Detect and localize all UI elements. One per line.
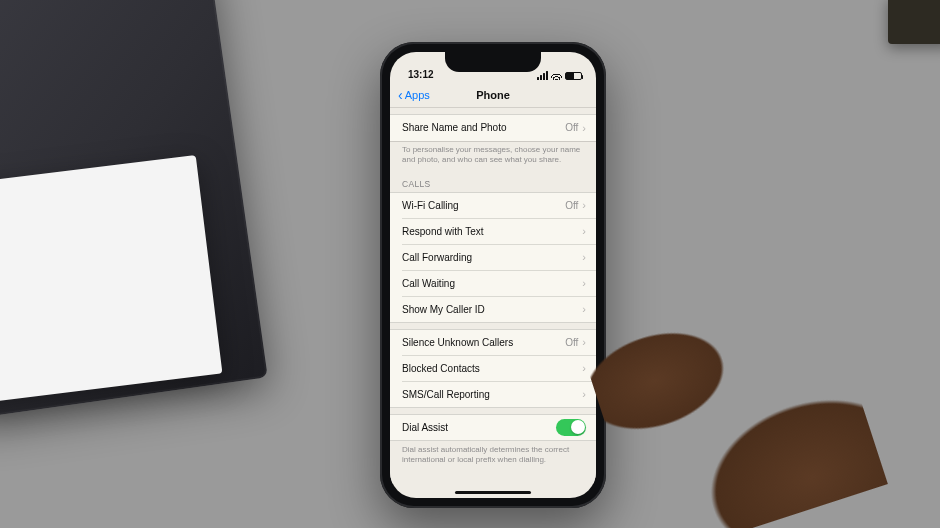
respond-with-text-cell[interactable]: Respond with Text › — [390, 218, 596, 244]
group-footer: To personalise your messages, choose you… — [390, 141, 596, 168]
chevron-left-icon: ‹ — [398, 88, 403, 102]
chevron-right-icon: › — [582, 362, 586, 374]
phone-screen: 13:12 ‹ Apps Phone Share Name and Photo — [390, 52, 596, 498]
cellular-icon — [537, 71, 548, 80]
page-title: Phone — [476, 89, 510, 101]
calls-group: Calls Wi-Fi Calling Off › Respond with T… — [390, 174, 596, 323]
silence-unknown-cell[interactable]: Silence Unknown Callers Off › — [390, 329, 596, 355]
dial-assist-cell[interactable]: Dial Assist — [390, 414, 596, 440]
cell-label: SMS/Call Reporting — [402, 389, 582, 400]
iphone-box-side: iPhone — [0, 155, 222, 405]
show-caller-id-cell[interactable]: Show My Caller ID › — [390, 296, 596, 322]
chevron-right-icon: › — [582, 122, 586, 134]
group-footer: Dial assist automatically determines the… — [390, 441, 596, 468]
share-name-photo-cell[interactable]: Share Name and Photo Off › — [390, 115, 596, 141]
cell-value: Off — [565, 337, 578, 348]
notch — [445, 52, 541, 72]
dial-assist-toggle[interactable] — [556, 419, 586, 436]
chevron-right-icon: › — [582, 336, 586, 348]
wifi-icon — [551, 72, 562, 80]
battery-icon — [565, 72, 582, 80]
chevron-right-icon: › — [582, 199, 586, 211]
back-label: Apps — [405, 89, 430, 101]
cell-value: Off — [565, 122, 578, 133]
cell-value: Off — [565, 200, 578, 211]
sms-call-reporting-cell[interactable]: SMS/Call Reporting › — [390, 381, 596, 407]
cell-label: Dial Assist — [402, 422, 556, 433]
blocked-contacts-cell[interactable]: Blocked Contacts › — [390, 355, 596, 381]
hand-photo — [560, 248, 940, 528]
status-icons — [537, 71, 582, 80]
cell-label: Blocked Contacts — [402, 363, 582, 374]
back-button[interactable]: ‹ Apps — [398, 88, 430, 102]
status-time: 13:12 — [408, 69, 434, 80]
chevron-right-icon: › — [582, 251, 586, 263]
cell-label: Show My Caller ID — [402, 304, 582, 315]
call-forwarding-cell[interactable]: Call Forwarding › — [390, 244, 596, 270]
chevron-right-icon: › — [582, 388, 586, 400]
home-indicator[interactable] — [455, 491, 531, 495]
chevron-right-icon: › — [582, 277, 586, 289]
group-header: Calls — [390, 174, 596, 192]
corner-object — [888, 0, 940, 44]
settings-list[interactable]: Share Name and Photo Off › To personalis… — [390, 108, 596, 484]
cell-label: Wi-Fi Calling — [402, 200, 565, 211]
chevron-right-icon: › — [582, 225, 586, 237]
cell-label: Silence Unknown Callers — [402, 337, 565, 348]
nav-bar: ‹ Apps Phone — [390, 82, 596, 108]
call-waiting-cell[interactable]: Call Waiting › — [390, 270, 596, 296]
share-group: Share Name and Photo Off › To personalis… — [390, 114, 596, 168]
cell-label: Call Forwarding — [402, 252, 582, 263]
cell-label: Respond with Text — [402, 226, 582, 237]
chevron-right-icon: › — [582, 303, 586, 315]
silence-group: Silence Unknown Callers Off › Blocked Co… — [390, 329, 596, 408]
dial-assist-group: Dial Assist Dial assist automatically de… — [390, 414, 596, 468]
wifi-calling-cell[interactable]: Wi-Fi Calling Off › — [390, 192, 596, 218]
cell-label: Share Name and Photo — [402, 122, 565, 133]
cell-label: Call Waiting — [402, 278, 582, 289]
iphone-device: 13:12 ‹ Apps Phone Share Name and Photo — [380, 42, 606, 508]
